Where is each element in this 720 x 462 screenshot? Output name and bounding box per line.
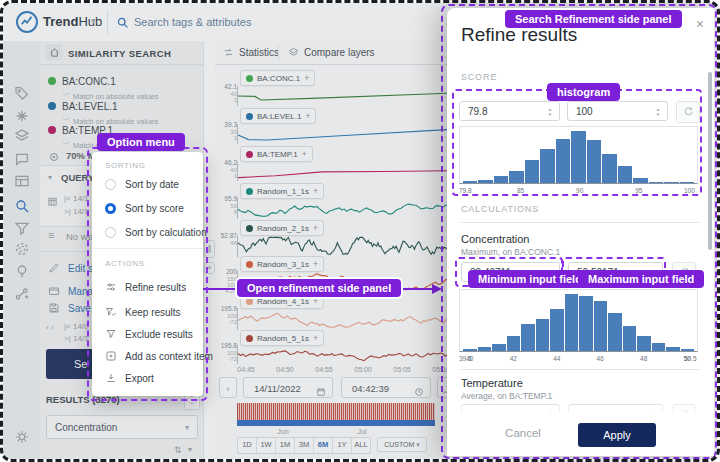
menu-item-action[interactable]: Export [105,372,154,384]
histogram-bar [565,294,579,351]
period-expand-icon[interactable]: ‹ › [46,323,54,332]
move-icon[interactable]: + [304,73,309,83]
series-label: BA:LEVEL.1 [257,112,301,121]
time-input[interactable]: 04:42:39 [341,377,431,398]
tag-icon[interactable] [11,82,33,104]
series-color-dot [246,225,253,232]
menu-item-sort[interactable]: Sort by score [105,203,184,214]
overview-strip[interactable] [237,403,435,420]
overview-selection-bar[interactable] [237,420,435,426]
range-button-3m[interactable]: 3M [295,438,314,453]
menu-item-action[interactable]: Exclude results [105,328,193,340]
move-icon[interactable]: + [313,259,318,269]
network-icon[interactable] [11,283,33,305]
menu-item-sort[interactable]: Sort by calculation [105,227,207,238]
series-chip[interactable]: Random_2_1s+ [240,220,324,236]
range-button-1d[interactable]: 1D [238,438,257,453]
sorting-header: SORTING [105,161,146,170]
y-axis-labels: 2001501004.29 [215,269,237,295]
cancel-button[interactable]: Cancel [495,427,551,439]
histogram-bar [550,309,564,351]
radio-unselected-icon[interactable] [105,227,116,238]
series-chip[interactable]: BA:CONC.1+ [240,70,315,86]
tab-compare-layers[interactable]: Compare layers [288,41,375,64]
query-end-date[interactable]: >| 14/1 [64,207,89,216]
menu-item-label: Sort by score [125,203,184,214]
scrollbar-thumb[interactable] [708,72,712,250]
filter-mini-icon[interactable]: ▾ [188,445,192,454]
score-reset-button[interactable] [676,101,700,123]
similarity-icon[interactable] [11,105,33,127]
table-icon[interactable] [11,170,33,192]
range-button-1y[interactable]: 1Y [333,438,352,453]
fingerprint-icon[interactable] [11,238,33,260]
bulb-icon[interactable] [11,260,33,282]
layers-icon[interactable] [11,125,33,147]
menu-item-action[interactable]: Keep results [105,306,181,318]
move-icon[interactable]: + [313,186,318,196]
tab-statistics[interactable]: Statistics [223,41,279,64]
global-search-input[interactable]: Search tags & attributes [134,16,251,28]
refine-results-side-panel: × Refine results SCORE 79.8 ▴▾ 100 ▴▾ CA… [447,8,714,456]
panel-splitter[interactable]: ∥ × [204,41,215,459]
annotation-badge-histogram: histogram [547,83,620,101]
series-color-dot [246,261,253,268]
calculation-title: Concentration [461,233,530,245]
histogram-axis-tick: 48 [640,355,647,362]
annotation-badge-side-panel: Search Refinement side panel [505,10,682,28]
apply-button[interactable]: Apply [578,423,656,447]
series-chip[interactable]: Random_1_1s+ [240,183,324,199]
collapse-caret-icon[interactable]: ▾ [48,173,52,182]
move-icon[interactable]: + [313,223,318,233]
result-end-date[interactable]: >| 14/1 [64,334,89,343]
pencil-icon [48,260,60,272]
y-axis-labels: 52.8746 [215,233,237,246]
trend-edit-button[interactable] [437,377,447,398]
menu-item-sort[interactable]: Sort by date [105,179,179,190]
series-chip[interactable]: Random_5_1s+ [240,330,324,346]
date-input[interactable]: 14/11/2022 [243,377,333,398]
stepper-icon[interactable]: ▴▾ [545,103,555,121]
trend-line [237,124,447,144]
move-icon[interactable]: + [313,333,318,343]
score-max-input[interactable]: 100 ▴▾ [567,101,668,121]
side-panel-footer: Cancel Apply [447,415,714,456]
annotation-badge-minimum-input: Minimum input field [468,270,592,288]
range-button-1w[interactable]: 1W [257,438,276,453]
splitter-handle[interactable]: ∥ [204,240,215,258]
filter-icon[interactable] [11,217,33,239]
radio-unselected-icon[interactable] [105,179,116,190]
menu-item-label: Refine results [125,282,186,293]
gear-icon[interactable] [11,426,33,448]
query-start-date[interactable]: |< 14/1 [64,194,89,203]
home-icon[interactable] [46,44,62,60]
results-filter-value: Concentration [55,422,117,433]
move-icon[interactable]: + [313,296,318,306]
results-filter-dropdown[interactable]: Concentration ▾ [46,415,198,439]
stepper-icon[interactable]: ▴▾ [653,103,663,121]
result-start-date[interactable]: |< 14/0 [64,322,89,331]
move-icon[interactable]: + [305,111,310,121]
histogram-bar [463,349,477,351]
menu-item-action[interactable]: Refine results [105,281,186,293]
comment-icon[interactable] [11,148,33,170]
radio-selected-icon[interactable] [105,203,116,214]
close-icon[interactable]: × [696,16,704,32]
score-min-input[interactable]: 79.8 ▴▾ [459,101,560,121]
series-chip[interactable]: BA:LEVEL.1+ [240,108,316,124]
histogram-axis-tick: 50.5 [684,355,697,362]
prev-period-button[interactable]: ‹ [219,377,237,398]
menu-item-action[interactable]: Add as context item [105,350,213,362]
range-button-6m[interactable]: 6M [314,438,333,453]
sort-mini-icon[interactable]: ⇅ [174,445,182,455]
series-chip[interactable]: Random_3_1s+ [240,256,324,272]
search-icon[interactable] [11,195,33,217]
histogram-bar [492,344,506,351]
collapse-panel-icon[interactable]: × [204,262,215,274]
range-button-all[interactable]: ALL [352,438,370,453]
series-chip[interactable]: BA:TEMP.1+ [240,146,313,162]
custom-range-button[interactable]: CUSTOM ▾ [377,437,427,452]
range-button-1m[interactable]: 1M [276,438,295,453]
brand-chevron-down-icon[interactable]: ▾ [91,16,96,26]
move-icon[interactable]: + [302,149,307,159]
